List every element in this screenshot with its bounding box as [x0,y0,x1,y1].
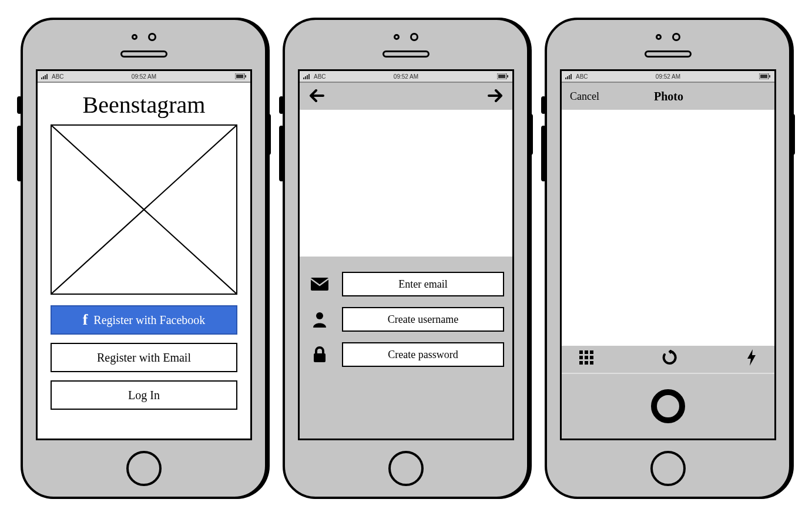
camera-tool-row [562,346,774,374]
flash-icon[interactable] [746,349,757,370]
signup-form [300,257,512,439]
screen-welcome: ABC 09:52 AM Beenstagram f Register with… [36,69,252,440]
svg-rect-20 [567,76,568,79]
signal-icon [41,73,49,79]
svg-rect-14 [498,75,505,78]
camera-viewfinder [562,110,774,346]
svg-rect-3 [46,74,48,79]
password-row [308,342,504,367]
preview-area [300,110,512,257]
svg-rect-27 [585,350,588,354]
sensor-cluster [285,33,527,41]
home-button[interactable] [650,451,686,486]
status-bar: ABC 09:52 AM [38,71,250,83]
camera-top-bar: Cancel Photo [562,83,774,110]
svg-rect-30 [585,356,588,359]
register-email-button[interactable]: Register with Email [51,343,237,372]
status-time: 09:52 AM [394,73,418,80]
svg-rect-15 [507,75,508,77]
sensor-cluster [547,33,789,41]
register-email-label: Register with Email [97,351,191,365]
battery-icon [759,73,771,79]
svg-rect-28 [590,350,593,354]
envelope-icon [308,278,331,291]
status-time: 09:52 AM [656,73,680,80]
svg-rect-32 [579,361,583,365]
register-facebook-button[interactable]: f Register with Facebook [51,305,237,335]
carrier-label: ABC [576,73,588,80]
svg-rect-2 [45,75,46,79]
screen-signup: ABC 09:52 AM [298,69,514,440]
carrier-label: ABC [52,73,64,80]
svg-rect-10 [305,76,306,79]
speaker-grille [382,50,430,58]
password-input[interactable] [342,342,504,367]
battery-icon [235,73,247,79]
back-arrow-icon[interactable] [309,86,324,106]
hero-image-placeholder [51,124,237,295]
svg-rect-11 [307,75,308,79]
register-facebook-label: Register with Facebook [93,313,205,327]
sensor-cluster [23,33,265,41]
svg-rect-31 [590,356,593,359]
username-input[interactable] [342,307,504,332]
phone-frame-welcome: ABC 09:52 AM Beenstagram f Register with… [21,18,267,499]
status-bar: ABC 09:52 AM [300,71,512,83]
phone-frame-signup: ABC 09:52 AM [283,18,529,499]
login-button[interactable]: Log In [51,380,237,410]
battery-icon [497,73,509,79]
lock-icon [308,346,331,363]
status-time: 09:52 AM [132,73,156,80]
email-row [308,272,504,296]
login-label: Log In [128,389,160,402]
svg-rect-26 [579,350,583,354]
shutter-row [562,374,774,439]
carrier-label: ABC [314,73,326,80]
svg-rect-5 [236,75,243,78]
screen-title: Photo [599,90,738,103]
cancel-button[interactable]: Cancel [570,90,599,103]
username-row [308,307,504,332]
svg-rect-12 [308,74,310,79]
nav-bar [300,83,512,110]
signal-icon [565,73,573,79]
signal-icon [303,73,311,79]
power-button [266,114,271,155]
home-button[interactable] [126,451,162,486]
svg-rect-34 [590,361,593,365]
screen-camera: ABC 09:52 AM Cancel Photo [560,69,776,440]
facebook-icon: f [83,311,88,329]
svg-rect-19 [565,77,566,79]
grid-icon[interactable] [579,350,593,369]
speaker-grille [120,50,167,58]
rotate-icon[interactable] [662,350,677,369]
forward-arrow-icon[interactable] [488,86,503,106]
svg-rect-24 [760,75,767,78]
svg-rect-22 [571,74,572,79]
svg-rect-16 [311,278,328,291]
email-input[interactable] [342,272,504,296]
svg-rect-0 [41,77,42,79]
home-button[interactable] [388,451,424,486]
svg-rect-33 [585,361,588,365]
svg-rect-6 [245,75,246,77]
phone-frame-camera: ABC 09:52 AM Cancel Photo [545,18,791,499]
svg-rect-21 [569,75,570,79]
svg-rect-29 [579,356,583,359]
shutter-button[interactable] [651,389,685,423]
power-button [790,114,795,155]
app-title: Beenstagram [38,91,250,119]
status-bar: ABC 09:52 AM [562,71,774,83]
svg-rect-1 [43,76,44,79]
speaker-grille [645,50,692,58]
user-icon [308,311,331,328]
svg-rect-25 [769,75,770,77]
svg-rect-9 [303,77,304,79]
power-button [528,114,533,155]
svg-point-17 [316,312,323,319]
svg-rect-18 [314,353,326,362]
